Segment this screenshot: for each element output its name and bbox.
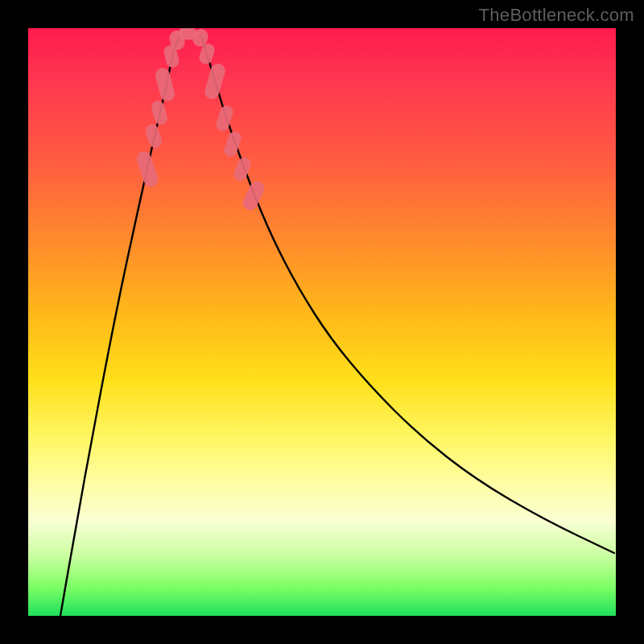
curve-layer [28, 28, 616, 616]
marker-point [144, 122, 163, 149]
marker-group [134, 28, 266, 213]
marker-point [203, 62, 227, 101]
marker-point [150, 99, 169, 126]
marker-point [214, 104, 234, 132]
watermark-text: TheBottleneck.com [479, 5, 634, 26]
marker-point [134, 150, 159, 188]
plot-area [28, 28, 616, 616]
chart-frame: TheBottleneck.com [0, 0, 644, 644]
marker-point [232, 155, 253, 183]
marker-point [241, 179, 267, 213]
curve-lines [60, 36, 614, 616]
marker-point [154, 66, 176, 102]
curve-right-branch [201, 36, 614, 553]
